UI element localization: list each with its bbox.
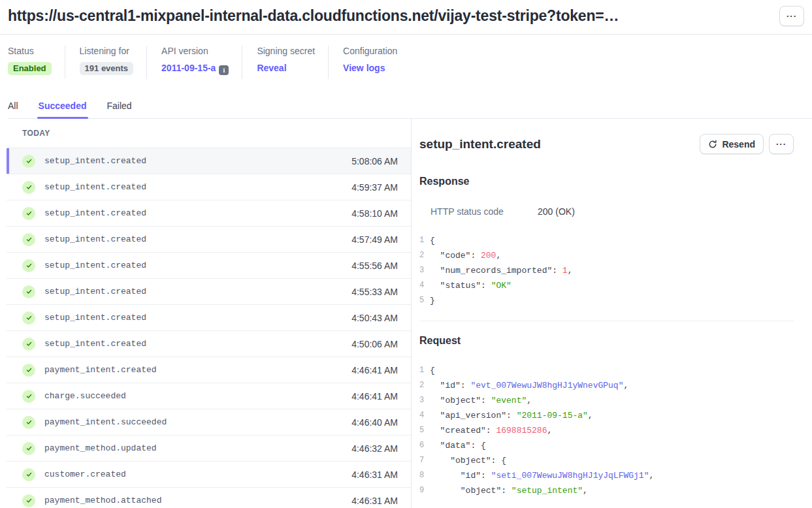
event-list-row[interactable]: payment_intent.succeeded 4:46:40 AM — [7, 409, 411, 436]
event-time: 4:58:10 AM — [351, 208, 398, 219]
configuration-label: Configuration — [343, 46, 397, 56]
event-name: payment_method.attached — [44, 496, 161, 505]
meta-configuration: Configuration View logs — [328, 46, 410, 79]
event-list-row[interactable]: setup_intent.created 5:08:06 AM — [7, 148, 411, 174]
event-list-pane: TODAY setup_intent.created 5:08:06 AM se… — [0, 119, 412, 508]
status-badge: Enabled — [8, 62, 52, 75]
tab-all[interactable]: All — [8, 101, 18, 118]
event-name: setup_intent.created — [44, 339, 146, 349]
event-time: 4:57:49 AM — [351, 234, 398, 245]
event-time: 4:46:32 AM — [351, 443, 398, 454]
webhook-endpoint-url-title: https://us-central1-mixpanel-internal-da… — [8, 7, 619, 25]
event-detail-pane: setup_intent.created Resend ··· Response — [412, 119, 812, 508]
success-check-icon — [22, 494, 35, 507]
api-version-link[interactable]: 2011-09-15-a — [161, 63, 216, 73]
event-list-row[interactable]: customer.created 4:46:31 AM — [7, 462, 411, 488]
event-list-row[interactable]: payment_method.updated 4:46:32 AM — [7, 436, 411, 462]
events-count-badge: 191 events — [80, 62, 134, 75]
event-time: 4:59:37 AM — [351, 182, 398, 193]
success-check-icon — [22, 442, 35, 455]
event-name: charge.succeeded — [44, 391, 126, 401]
more-icon: ··· — [776, 139, 787, 149]
event-name: customer.created — [44, 469, 126, 479]
success-check-icon — [22, 233, 35, 246]
success-check-icon — [22, 181, 35, 194]
success-check-icon — [22, 155, 35, 168]
success-check-icon — [22, 468, 35, 481]
event-time: 4:55:33 AM — [351, 287, 398, 297]
event-time: 4:46:31 AM — [351, 496, 398, 506]
http-status-value: 200 (OK) — [538, 206, 575, 217]
main-content: TODAY setup_intent.created 5:08:06 AM se… — [0, 119, 812, 508]
event-list-row[interactable]: setup_intent.created 4:50:43 AM — [7, 305, 411, 331]
response-code-block: 1{2 "code": 200,3 "num_records_imported"… — [419, 233, 794, 308]
success-check-icon — [22, 311, 35, 325]
event-filter-tabs: All Succeeded Failed — [8, 101, 812, 119]
meta-signing-secret: Signing secret Reveal — [242, 46, 328, 79]
event-list-row[interactable]: setup_intent.created 4:55:56 AM — [7, 253, 411, 279]
success-check-icon — [22, 416, 35, 429]
event-time: 4:55:56 AM — [351, 261, 398, 271]
event-time: 4:46:41 AM — [351, 391, 398, 402]
success-check-icon — [22, 338, 35, 351]
list-group-label: TODAY — [7, 119, 411, 148]
detail-header: setup_intent.created Resend ··· — [419, 134, 794, 154]
event-detail-title: setup_intent.created — [419, 137, 541, 151]
meta-listening-for: Listening for 191 events — [65, 46, 147, 79]
resend-icon — [708, 140, 717, 149]
tab-succeeded[interactable]: Succeeded — [39, 101, 87, 118]
event-list-row[interactable]: setup_intent.created 4:55:33 AM — [7, 279, 411, 305]
resend-button-label: Resend — [722, 139, 755, 150]
request-section-heading: Request — [419, 335, 794, 347]
event-name: payment_intent.succeeded — [44, 417, 167, 427]
api-version-label: API version — [161, 46, 229, 56]
meta-status: Status Enabled — [8, 46, 65, 79]
event-time: 4:46:41 AM — [351, 365, 398, 375]
success-check-icon — [22, 390, 35, 403]
event-time: 5:08:06 AM — [351, 156, 398, 167]
event-time: 4:46:40 AM — [351, 417, 398, 428]
success-check-icon — [22, 364, 35, 377]
listening-for-label: Listening for — [80, 46, 134, 56]
resend-button[interactable]: Resend — [700, 134, 764, 154]
endpoint-meta-strip: Status Enabled Listening for 191 events … — [8, 35, 812, 79]
success-check-icon — [22, 285, 35, 298]
event-list-row[interactable]: setup_intent.created 4:59:37 AM — [7, 174, 411, 200]
event-name: setup_intent.created — [44, 182, 146, 192]
event-name: setup_intent.created — [44, 261, 146, 270]
event-list-row[interactable]: payment_intent.created 4:46:41 AM — [7, 357, 411, 383]
section-divider — [419, 321, 794, 321]
event-list-row[interactable]: setup_intent.created 4:50:06 AM — [7, 331, 411, 357]
response-section-heading: Response — [419, 176, 794, 187]
event-name: setup_intent.created — [44, 313, 146, 323]
event-list: setup_intent.created 5:08:06 AM setup_in… — [7, 148, 411, 508]
meta-api-version: API version 2011-09-15-ai — [146, 46, 242, 79]
success-check-icon — [22, 207, 35, 220]
tab-failed[interactable]: Failed — [107, 101, 132, 118]
event-name: setup_intent.created — [44, 234, 146, 244]
detail-more-button[interactable]: ··· — [769, 134, 794, 154]
reveal-secret-link[interactable]: Reveal — [257, 63, 286, 73]
signing-secret-label: Signing secret — [257, 46, 315, 56]
event-name: setup_intent.created — [44, 156, 146, 166]
view-logs-link[interactable]: View logs — [343, 63, 385, 73]
event-name: payment_method.updated — [44, 443, 157, 453]
success-check-icon — [22, 259, 35, 272]
status-label: Status — [8, 46, 52, 56]
http-status-label: HTTP status code — [419, 206, 538, 217]
request-code-block: 1{2 "id": "evt_007WewuJW8hgHJ1yWnevGPuq"… — [419, 363, 794, 498]
event-list-row[interactable]: payment_method.attached 4:46:31 AM — [7, 488, 411, 508]
more-icon: ··· — [787, 11, 797, 21]
header-more-button[interactable]: ··· — [779, 6, 804, 26]
event-name: payment_intent.created — [44, 365, 157, 375]
event-time: 4:50:06 AM — [351, 339, 398, 349]
info-icon: i — [219, 65, 229, 75]
event-list-row[interactable]: setup_intent.created 4:57:49 AM — [7, 227, 411, 253]
event-name: setup_intent.created — [44, 208, 146, 218]
event-list-row[interactable]: setup_intent.created 4:58:10 AM — [7, 200, 411, 227]
http-status-row: HTTP status code 200 (OK) — [419, 206, 794, 217]
event-list-row[interactable]: charge.succeeded 4:46:41 AM — [7, 383, 411, 409]
event-time: 4:50:43 AM — [351, 313, 398, 323]
page-header: https://us-central1-mixpanel-internal-da… — [0, 0, 812, 35]
event-name: setup_intent.created — [44, 287, 146, 296]
